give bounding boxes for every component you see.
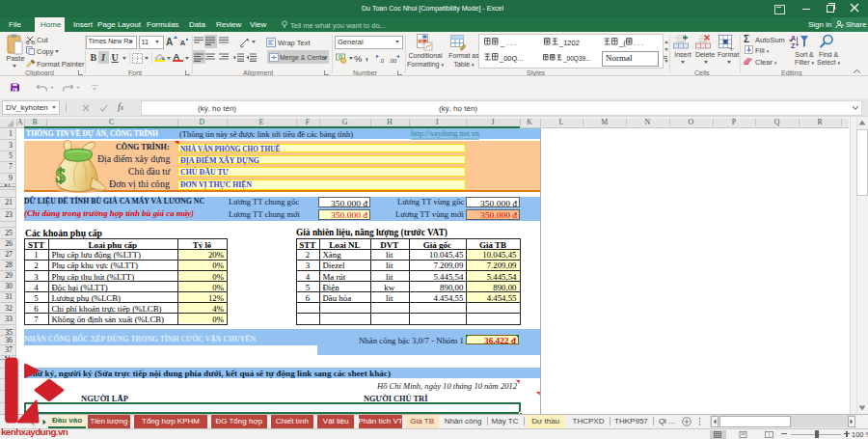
svg-text:_ . . .: _ . . . bbox=[500, 39, 517, 47]
svg-text:_00Q39...: _00Q39... bbox=[562, 55, 591, 63]
svg-text:. . .: . . . bbox=[634, 39, 643, 47]
svg-text:A: A bbox=[791, 35, 796, 41]
svg-text:Các khoản phụ cấp: Các khoản phụ cấp bbox=[25, 227, 103, 237]
svg-text:CHỦ ĐẦU TƯ: CHỦ ĐẦU TƯ bbox=[180, 166, 229, 176]
svg-text:$: $ bbox=[56, 163, 67, 186]
svg-text:CÔNG TRÌNH:: CÔNG TRÌNH: bbox=[116, 142, 170, 151]
svg-text:Địa điểm xây dựng: Địa điểm xây dựng bbox=[97, 154, 171, 166]
svg-text:Lương TT chung mới: Lương TT chung mới bbox=[229, 209, 300, 219]
svg-text:(Thông tin này sẽ được link tớ: (Thông tin này sẽ được link tới tiêu đề … bbox=[179, 130, 353, 139]
svg-text:Lương TT chung gốc: Lương TT chung gốc bbox=[229, 197, 299, 206]
svg-text:350.000 đ: 350.000 đ bbox=[331, 210, 368, 220]
svg-text:350.000 đ: 350.000 đ bbox=[480, 198, 518, 207]
svg-text:Giá nhiên liệu, năng lượng (tr: Giá nhiên liệu, năng lượng (trước VAT) bbox=[296, 228, 448, 238]
svg-text:NHÂN CÔNG BỐC XẾP DÙNG TRONG T: NHÂN CÔNG BỐC XẾP DÙNG TRONG TÍNH CƯỚC V… bbox=[24, 334, 256, 343]
svg-text:36.422 đ: 36.422 đ bbox=[484, 335, 516, 344]
svg-text:Đơn vị thi công: Đơn vị thi công bbox=[109, 178, 170, 190]
svg-text:THÔNG TIN VỀ DỰ ÁN, CÔNG TRÌNH: THÔNG TIN VỀ DỰ ÁN, CÔNG TRÌNH bbox=[26, 128, 158, 138]
svg-text:ĐƠN VỊ THỰC HIỆN: ĐƠN VỊ THỰC HIỆN bbox=[180, 180, 253, 189]
svg-text:NHÀ VĂN PHÒNG CHO THUÊ: NHÀ VĂN PHÒNG CHO THUÊ bbox=[180, 143, 280, 152]
svg-text:Chủ đầu tư: Chủ đầu tư bbox=[128, 166, 171, 177]
svg-text:DỮ LIỆU ĐỂ TÍNH BÙ GIÁ CA MÁY: DỮ LIỆU ĐỂ TÍNH BÙ GIÁ CA MÁY VÀ LƯƠNG N… bbox=[24, 196, 204, 206]
svg-text:Hồ Chí Minh, ngày 10 tháng 10: Hồ Chí Minh, ngày 10 tháng 10 năm 2012 bbox=[376, 381, 517, 390]
svg-text:350.000 đ: 350.000 đ bbox=[331, 198, 368, 207]
svg-text:Chữ ký, người ký (Sửa trực tiế: Chữ ký, người ký (Sửa trực tiếp nội dung… bbox=[26, 369, 391, 378]
svg-text:Lương TT vùng gốc: Lương TT vùng gốc bbox=[397, 197, 464, 206]
svg-text:http://xaydung.net.vn: http://xaydung.net.vn bbox=[411, 130, 479, 138]
svg-text:ĐỊA ĐIỂM XÂY DỰNG: ĐỊA ĐIỂM XÂY DỰNG bbox=[180, 154, 259, 164]
svg-text:Z: Z bbox=[791, 42, 796, 49]
svg-text:350.000 đ: 350.000 đ bbox=[480, 210, 518, 220]
svg-text:Nhân công bậc 3,0/7 - Nhóm 1: Nhân công bậc 3,0/7 - Nhóm 1 bbox=[359, 337, 464, 346]
svg-text:Lương TT vùng mới: Lương TT vùng mới bbox=[395, 209, 464, 219]
svg-text:_00Q...: _00Q... bbox=[499, 54, 524, 63]
svg-text:_(: _( bbox=[618, 39, 626, 47]
svg-text:(Chỉ dùng trong trường hợp tín: (Chỉ dùng trong trường hợp tính bù giá c… bbox=[24, 209, 194, 218]
svg-text:_1202: _1202 bbox=[558, 39, 580, 47]
